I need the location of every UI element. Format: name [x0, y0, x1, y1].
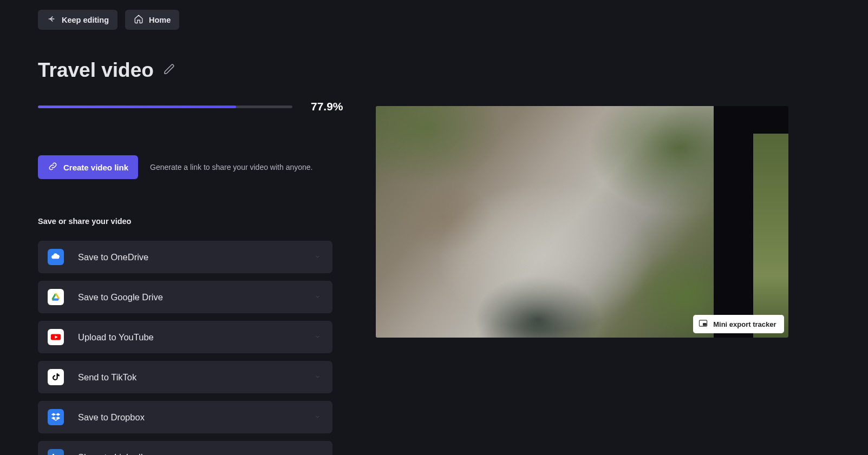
share-link-row: Create video link Generate a link to sha…	[38, 155, 343, 179]
keep-editing-label: Keep editing	[62, 16, 109, 24]
share-option-tiktok[interactable]: Send to TikTok	[38, 361, 332, 393]
share-section-heading: Save or share your video	[38, 217, 343, 226]
chevron-down-icon	[315, 372, 321, 382]
progress-fill	[38, 105, 236, 108]
preview-frame	[376, 106, 714, 338]
export-progress: 77.9%	[38, 100, 343, 113]
chevron-down-icon	[315, 452, 321, 455]
youtube-icon	[48, 329, 64, 345]
preview-edge	[753, 134, 788, 338]
tiktok-icon	[48, 369, 64, 385]
share-options-list: Save to OneDriveSave to Google DriveUplo…	[38, 241, 343, 455]
home-button[interactable]: Home	[125, 10, 179, 30]
chevron-down-icon	[315, 332, 321, 342]
share-option-label: Save to Google Drive	[78, 292, 163, 302]
home-label: Home	[149, 16, 171, 24]
share-option-linkedin[interactable]: Share to LinkedIn	[38, 441, 332, 455]
share-option-googledrive[interactable]: Save to Google Drive	[38, 281, 332, 313]
share-option-youtube[interactable]: Upload to YouTube	[38, 321, 332, 353]
header-actions: Keep editing Home	[38, 10, 343, 30]
progress-bar	[38, 105, 292, 108]
chevron-down-icon	[315, 292, 321, 302]
share-option-label: Save to OneDrive	[78, 252, 148, 262]
keep-editing-button[interactable]: Keep editing	[38, 10, 118, 30]
project-title: Travel video	[38, 59, 154, 82]
share-option-dropbox[interactable]: Save to Dropbox	[38, 401, 332, 433]
arrow-left-icon	[47, 14, 56, 25]
share-option-onedrive[interactable]: Save to OneDrive	[38, 241, 332, 273]
pip-icon	[699, 319, 708, 329]
video-preview: Mini export tracker	[376, 106, 788, 338]
home-icon	[134, 14, 143, 25]
edit-title-button[interactable]	[164, 63, 175, 77]
share-option-label: Upload to YouTube	[78, 332, 154, 342]
share-option-label: Save to Dropbox	[78, 412, 145, 423]
googledrive-icon	[48, 289, 64, 305]
chevron-down-icon	[315, 252, 321, 262]
linkedin-icon	[48, 449, 64, 455]
onedrive-icon	[48, 249, 64, 265]
mini-export-tracker-label: Mini export tracker	[713, 320, 776, 328]
progress-percent: 77.9%	[311, 100, 343, 113]
chevron-down-icon	[315, 412, 321, 422]
share-link-description: Generate a link to share your video with…	[150, 163, 312, 172]
share-option-label: Share to LinkedIn	[78, 452, 148, 456]
mini-export-tracker-button[interactable]: Mini export tracker	[693, 315, 784, 333]
create-video-link-button[interactable]: Create video link	[38, 155, 138, 179]
title-row: Travel video	[38, 59, 343, 82]
create-video-link-label: Create video link	[63, 163, 128, 172]
svg-rect-2	[703, 324, 707, 326]
link-icon	[48, 161, 58, 173]
dropbox-icon	[48, 409, 64, 425]
share-option-label: Send to TikTok	[78, 372, 136, 383]
